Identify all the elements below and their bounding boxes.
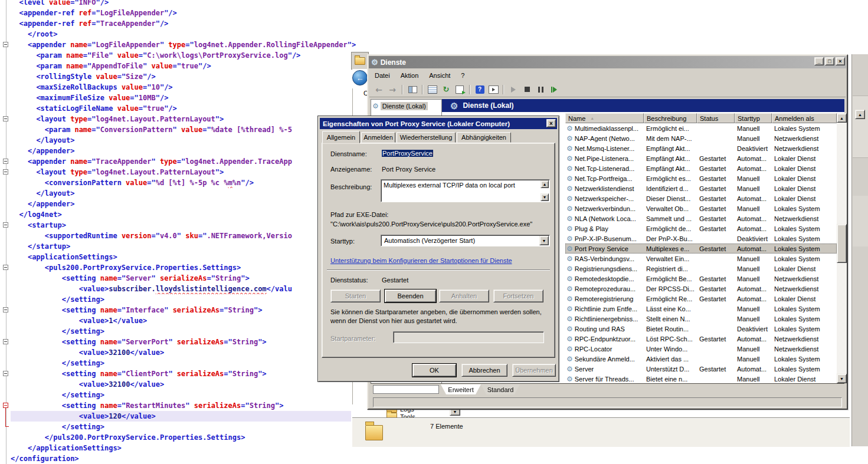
table-row[interactable]: ⚙RAS-Verbindungsv...Verwaltet Ein...Manu… [565, 254, 837, 264]
scroll-up-button[interactable]: ▲ [837, 113, 847, 123]
tab-standard[interactable]: Standard [481, 384, 520, 394]
table-row[interactable]: ⚙Remotedesktopdie...Ermöglicht Be...Gest… [565, 274, 837, 284]
pause-service-button[interactable] [535, 84, 546, 96]
table-cell: ⚙Sekundäre Anmeld... [565, 356, 644, 363]
code-line[interactable]: <appender-ref ref="TraceAppender"/> [11, 18, 868, 29]
table-scrollbar[interactable]: ▲ ▼ [837, 113, 847, 383]
table-row[interactable]: ⚙Richtlinienergebniss...Stellt einen N..… [565, 314, 837, 324]
table-row[interactable]: ⚙Net.Tcp-Portfreiga...Ermöglicht es...Ge… [565, 173, 837, 183]
table-row[interactable]: ⚙Server für Threads...Bietet eine n...Ma… [565, 374, 837, 383]
fold-toggle-icon[interactable] [3, 307, 8, 312]
table-row[interactable]: ⚙NetzwerklistendienstIdentifiziert d...G… [565, 183, 837, 193]
beschreibung-textbox[interactable]: Multiplexes external TCP/IP data on loca… [381, 179, 550, 202]
table-row[interactable]: ⚙Netzwerkspeicher-...Dieser Dienst...Ges… [565, 193, 837, 203]
code-line[interactable]: </root> [11, 29, 868, 40]
code-line[interactable]: <level value="INFO"/> [11, 0, 868, 8]
action-pane-button[interactable] [487, 84, 499, 96]
anhalten-button[interactable]: Anhalten [439, 289, 489, 302]
startparameter-input[interactable] [393, 331, 544, 343]
fold-toggle-icon[interactable] [3, 371, 8, 376]
scrollbar-thumb[interactable] [837, 224, 847, 263]
table-row[interactable]: ⚙Net.Pipe-Listenera...Empfängt Akt...Ges… [565, 153, 837, 163]
scroll-up-button[interactable]: ▲ [541, 180, 549, 188]
tab-erweitert[interactable]: Erweitert [441, 384, 481, 394]
table-row[interactable]: ⚙PnP-X-IP-Busenum...Der PnP-X-Bu...Deakt… [565, 233, 837, 243]
restart-service-button[interactable] [548, 84, 560, 96]
combobox-dropdown-button[interactable]: ▼ [539, 236, 549, 245]
show-console-tree-button[interactable] [407, 84, 418, 96]
column-header-starttyp[interactable]: Starttyp [735, 113, 772, 123]
start-service-button[interactable] [507, 84, 519, 96]
tab-wiederherstellung[interactable]: Wiederherstellung [397, 132, 456, 143]
tab-anmelden[interactable]: Anmelden [361, 132, 395, 143]
code-line[interactable]: <appender name="LogFileAppender" type="l… [11, 40, 868, 50]
ok-button[interactable]: OK [412, 364, 456, 377]
column-header-beschreibung[interactable]: Beschreibung [644, 113, 697, 123]
code-folding-gutter[interactable] [0, 0, 11, 464]
properties-button[interactable] [427, 84, 438, 96]
starten-button[interactable]: Starten [330, 289, 381, 302]
fold-toggle-icon[interactable] [3, 339, 8, 344]
table-row[interactable]: ⚙RemoteregistrierungErmöglicht Re...Gest… [565, 294, 837, 304]
maximize-button[interactable]: □ [825, 57, 834, 65]
fold-toggle-icon[interactable] [3, 265, 8, 270]
fold-toggle-icon[interactable] [3, 159, 8, 164]
fortsetzen-button[interactable]: Fortsetzen [493, 289, 543, 302]
table-row[interactable]: ⚙Netzwerkverbindun...Verwaltet Ob...Gest… [565, 203, 837, 213]
minimize-button[interactable]: _ [814, 57, 824, 65]
menu-ansicht[interactable]: Ansicht [424, 71, 456, 80]
close-button[interactable]: × [836, 57, 845, 65]
dialog-close-button[interactable]: × [546, 119, 556, 127]
table-row[interactable]: ⚙Multimediaklassenpl...Ermöglicht ei...M… [565, 123, 837, 133]
scroll-down-button[interactable]: ▼ [837, 374, 847, 383]
table-row[interactable]: ⚙RPC-Endpunktzuor...Löst RPC-Sch...Gesta… [565, 334, 837, 344]
dienstname-value[interactable]: PortProxyService [382, 150, 433, 157]
table-row[interactable]: ⚙NLA (Network Loca...Sammelt und ...Gest… [565, 213, 837, 223]
table-row[interactable]: ⚙Port Proxy ServiceMultiplexes e...Gesta… [565, 243, 837, 254]
tree-item-dienste-lokal[interactable]: ⚙ Dienste (Lokal) [372, 101, 428, 111]
uebernehmen-button[interactable]: Übernehmen [512, 364, 556, 377]
refresh-button[interactable]: ↻ [440, 84, 452, 96]
fold-toggle-icon[interactable] [3, 403, 8, 408]
table-row[interactable]: ⚙Net.Tcp-Listenerad...Empfängt Akt...Ges… [565, 163, 837, 173]
table-cell: Lokaler Dienst [772, 295, 837, 302]
scroll-down-button[interactable]: ▼ [541, 193, 549, 201]
scroll-up-button[interactable]: ▲ [855, 110, 865, 119]
fold-toggle-icon[interactable] [3, 116, 8, 121]
stop-service-button[interactable] [521, 84, 533, 96]
fold-toggle-icon[interactable] [3, 42, 8, 47]
table-row[interactable]: ⚙Registrierungsdiens...Registriert di...… [565, 264, 837, 274]
menu-datei[interactable]: Datei [369, 71, 395, 80]
table-row[interactable]: ⚙Richtlinie zum Entfe...Lässt eine Ko...… [565, 304, 837, 314]
table-row[interactable]: ⚙Plug & PlayErmöglicht de...GestartetAut… [565, 223, 837, 233]
export-list-button[interactable] [454, 84, 466, 96]
tab-abhaengigkeiten[interactable]: Abhängigkeiten [457, 132, 511, 143]
table-row[interactable]: ⚙Sekundäre Anmeld...Aktiviert das ...Man… [565, 354, 837, 364]
explorer-back-button[interactable]: ← [352, 69, 368, 88]
forward-button[interactable]: → [386, 84, 398, 96]
column-header-anmelden-als[interactable]: Anmelden als [772, 113, 837, 123]
menu-help[interactable]: ? [456, 71, 470, 80]
table-row[interactable]: ⚙NAP-Agent (Netwo...Mit dem NAP-...Manue… [565, 133, 837, 143]
back-button[interactable]: ← [373, 84, 385, 96]
startoptions-help-link[interactable]: Unterstützung beim Konfigurieren der Sta… [330, 257, 512, 264]
starttyp-combobox[interactable]: Automatisch (Verzögerter Start) ▼ [381, 235, 550, 246]
table-row[interactable]: ⚙Routing und RASBietet Routin...Deaktivi… [565, 324, 837, 334]
help-button[interactable]: ? [474, 84, 486, 96]
column-header-status[interactable]: Status [697, 113, 735, 123]
table-row[interactable]: ⚙ServerUnterstützt D...GestartetAutomat.… [565, 364, 837, 374]
table-row[interactable]: ⚙Remoteprozedurau...Der RPCSS-Di...Gesta… [565, 284, 837, 294]
abbrechen-button[interactable]: Abbrechen [461, 364, 507, 377]
menu-aktion[interactable]: Aktion [395, 71, 424, 80]
fold-toggle-icon[interactable] [3, 169, 8, 175]
fold-toggle-icon[interactable] [3, 222, 8, 228]
tab-allgemein[interactable]: Allgemein [322, 131, 360, 143]
dialog-titlebar[interactable]: Eigenschaften von Port Proxy Service (Lo… [320, 118, 557, 129]
code-line[interactable]: <appender-ref ref="LogFileAppender"/> [11, 8, 868, 18]
column-header-name[interactable]: Name ▲ [565, 113, 644, 123]
table-row[interactable]: ⚙Net.Msmq-Listener...Empfängt Akt...Deak… [565, 143, 837, 153]
code-line[interactable]: </configuration> [11, 453, 868, 464]
table-row[interactable]: ⚙RPC-LocatorUnter Windo...ManuellNetzwer… [565, 344, 837, 354]
beenden-button[interactable]: Beenden [385, 289, 436, 302]
services-titlebar[interactable]: ⚙ Dienste [369, 56, 846, 68]
